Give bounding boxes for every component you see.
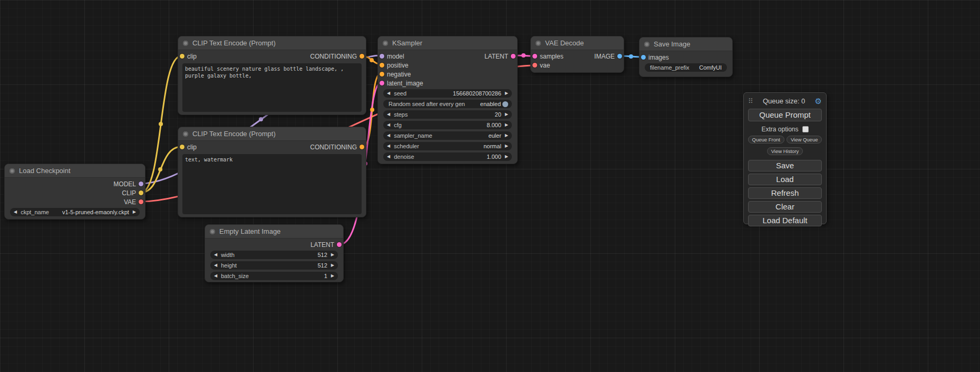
widget-left-arrow-icon[interactable]: ◀ <box>214 272 217 280</box>
widget-left-arrow-icon[interactable]: ◀ <box>387 89 390 98</box>
node-title: CLIP Text Encode (Prompt) <box>192 130 276 138</box>
widget-left-arrow-icon[interactable]: ◀ <box>214 261 217 270</box>
widget-right-arrow-icon[interactable]: ▶ <box>505 142 508 150</box>
node-load-checkpoint[interactable]: Load Checkpoint MODEL CLIP VAE ◀ ckpt_na… <box>4 164 145 220</box>
widget-right-arrow-icon[interactable]: ▶ <box>505 89 508 98</box>
widget-value: 1 <box>249 273 327 279</box>
input-port-clip[interactable] <box>180 54 185 59</box>
widget-left-arrow-icon[interactable]: ◀ <box>387 110 390 119</box>
widget-left-arrow-icon[interactable]: ◀ <box>387 152 390 161</box>
collapse-dot-icon[interactable] <box>644 42 649 47</box>
node-title-bar[interactable]: VAE Decode <box>531 36 624 50</box>
collapse-dot-icon[interactable] <box>183 131 188 137</box>
widget-value: euler <box>432 132 501 139</box>
input-port-model[interactable] <box>380 54 384 59</box>
node-empty-latent-image[interactable]: Empty Latent Image LATENT ◀ width 512 ▶ … <box>205 224 344 282</box>
input-port-samples[interactable] <box>532 54 537 59</box>
queue-front-button[interactable]: Queue Front <box>748 136 784 144</box>
link-midpoint-dot <box>370 58 374 62</box>
input-port-images[interactable] <box>641 55 646 60</box>
output-port-latent[interactable] <box>511 54 516 59</box>
filename-prefix-widget[interactable]: filename_prefix ComfyUI <box>645 63 727 72</box>
collapse-dot-icon[interactable] <box>9 168 15 174</box>
node-title-bar[interactable]: CLIP Text Encode (Prompt) <box>178 127 366 141</box>
seed-widget[interactable]: ◀ seed 156680208700286 ▶ <box>383 89 512 98</box>
extra-options-label: Extra options <box>761 126 798 133</box>
save-button[interactable]: Save <box>748 160 822 171</box>
node-clip-text-encode-negative[interactable]: CLIP Text Encode (Prompt) clip CONDITION… <box>178 127 366 217</box>
widget-name: Random seed after every gen <box>389 101 465 107</box>
widget-value: 512 <box>237 262 327 269</box>
output-port-clip[interactable] <box>139 190 143 195</box>
output-port-model[interactable] <box>139 182 143 186</box>
node-title-bar[interactable]: Load Checkpoint <box>5 164 145 178</box>
node-clip-text-encode-positive[interactable]: CLIP Text Encode (Prompt) clip CONDITION… <box>178 36 366 115</box>
node-title-bar[interactable]: Save Image <box>639 37 732 51</box>
scheduler-widget[interactable]: ◀ scheduler normal ▶ <box>383 142 512 150</box>
width-widget[interactable]: ◀ width 512 ▶ <box>210 251 338 259</box>
collapse-dot-icon[interactable] <box>183 41 188 46</box>
widget-left-arrow-icon[interactable]: ◀ <box>14 208 17 216</box>
denoise-widget[interactable]: ◀ denoise 1.000 ▶ <box>383 152 512 161</box>
collapse-dot-icon[interactable] <box>210 229 215 234</box>
input-port-clip[interactable] <box>180 145 185 149</box>
output-port-conditioning[interactable] <box>360 145 364 149</box>
input-port-latent-image[interactable] <box>380 81 384 85</box>
extra-options-checkbox[interactable] <box>802 126 809 132</box>
steps-widget[interactable]: ◀ steps 20 ▶ <box>383 110 512 119</box>
input-port-positive[interactable] <box>380 63 384 68</box>
batch-size-widget[interactable]: ◀ batch_size 1 ▶ <box>210 272 338 280</box>
input-label-clip: clip <box>187 144 197 151</box>
input-label-samples: samples <box>540 53 564 60</box>
output-port-image[interactable] <box>617 54 622 59</box>
link-midpoint-dot <box>629 54 633 59</box>
refresh-button[interactable]: Refresh <box>748 187 822 199</box>
link-midpoint-dot <box>159 122 163 126</box>
node-save-image[interactable]: Save Image images filename_prefix ComfyU… <box>639 37 733 77</box>
load-button[interactable]: Load <box>748 174 822 185</box>
collapse-dot-icon[interactable] <box>536 41 541 46</box>
positive-prompt-textarea[interactable]: beautiful scenery nature glass bottle la… <box>182 63 362 112</box>
widget-left-arrow-icon[interactable]: ◀ <box>387 121 390 129</box>
widget-right-arrow-icon[interactable]: ▶ <box>133 208 136 216</box>
output-port-conditioning[interactable] <box>360 54 364 59</box>
clear-button[interactable]: Clear <box>748 201 822 213</box>
widget-left-arrow-icon[interactable]: ◀ <box>387 142 390 150</box>
widget-value: 512 <box>235 252 327 258</box>
widget-left-arrow-icon[interactable]: ◀ <box>214 251 217 259</box>
widget-right-arrow-icon[interactable]: ▶ <box>331 261 334 270</box>
output-port-vae[interactable] <box>139 199 143 204</box>
view-history-button[interactable]: View History <box>767 147 803 155</box>
negative-prompt-textarea[interactable]: text, watermark <box>182 154 362 214</box>
node-title-bar[interactable]: KSampler <box>378 36 517 50</box>
queue-prompt-button[interactable]: Queue Prompt <box>748 109 822 121</box>
widget-right-arrow-icon[interactable]: ▶ <box>331 272 334 280</box>
input-port-negative[interactable] <box>380 72 384 77</box>
random-seed-toggle-widget[interactable]: Random seed after every gen enabled <box>383 100 512 108</box>
height-widget[interactable]: ◀ height 512 ▶ <box>210 261 338 270</box>
widget-right-arrow-icon[interactable]: ▶ <box>505 152 508 161</box>
collapse-dot-icon[interactable] <box>383 41 388 46</box>
input-label-latent-image: latent_image <box>387 80 423 87</box>
node-title-bar[interactable]: Empty Latent Image <box>205 225 343 239</box>
widget-right-arrow-icon[interactable]: ▶ <box>505 131 508 140</box>
sampler-name-widget[interactable]: ◀ sampler_name euler ▶ <box>383 131 512 140</box>
widget-right-arrow-icon[interactable]: ▶ <box>505 121 508 129</box>
load-default-button[interactable]: Load Default <box>748 215 822 226</box>
ckpt-name-widget[interactable]: ◀ ckpt_name v1-5-pruned-emaonly.ckpt ▶ <box>10 208 140 216</box>
cfg-widget[interactable]: ◀ cfg 8.000 ▶ <box>383 121 512 129</box>
node-title-bar[interactable]: CLIP Text Encode (Prompt) <box>178 36 366 50</box>
panel-drag-handle-icon[interactable]: ⠿ <box>748 97 753 105</box>
input-port-vae[interactable] <box>532 63 537 68</box>
output-port-latent[interactable] <box>337 242 342 247</box>
link-midpoint-dot <box>370 108 374 112</box>
node-vae-decode[interactable]: VAE Decode samples IMAGE vae <box>530 36 624 73</box>
view-queue-button[interactable]: View Queue <box>787 136 822 144</box>
widget-left-arrow-icon[interactable]: ◀ <box>387 131 390 140</box>
node-ksampler[interactable]: KSampler model LATENT positive negative <box>377 36 518 164</box>
toggle-dot-icon[interactable] <box>502 101 508 107</box>
settings-gear-icon[interactable]: ⚙ <box>815 97 822 105</box>
widget-right-arrow-icon[interactable]: ▶ <box>331 251 334 259</box>
widget-right-arrow-icon[interactable]: ▶ <box>505 110 508 119</box>
node-title: KSampler <box>392 39 422 47</box>
